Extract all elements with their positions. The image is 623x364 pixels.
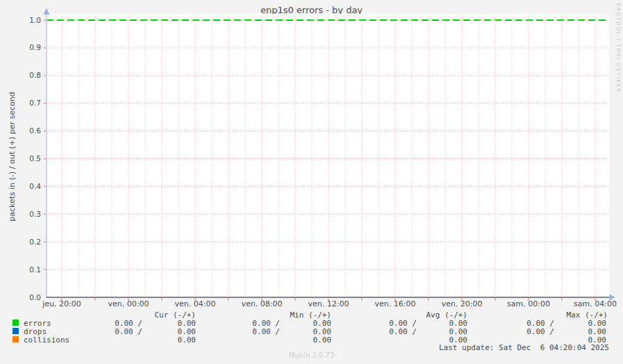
legend-swatch-collisions — [13, 336, 19, 342]
legend-value: 0.00 / — [115, 327, 142, 336]
y-tick-label: 0.8 — [29, 71, 41, 79]
x-tick-label: sam. 04:00 — [574, 299, 617, 308]
y-tick-label: 0.6 — [29, 126, 41, 135]
y-axis-arrow — [44, 8, 50, 15]
y-tick-label: 1.0 — [29, 16, 41, 24]
plot-background — [47, 14, 609, 297]
y-tick-label: 0.4 — [29, 182, 41, 190]
legend-value: 0.00 — [313, 336, 332, 345]
legend-label-collisions: collisions — [24, 336, 69, 345]
y-tick-label: 0.1 — [29, 265, 41, 274]
y-tick-label: 0.9 — [29, 43, 41, 51]
munin-version: Munin 2.0.73 — [0, 351, 623, 359]
munin-graph: enp1s0 errors - by day packets in (-) / … — [0, 0, 623, 364]
legend-value: 0.00 / — [526, 327, 554, 336]
legend-swatch-errors — [13, 320, 19, 326]
legend-swatch-drops — [13, 328, 19, 334]
chart-plot: 0.00.10.20.30.40.50.60.70.80.91.0jeu. 20… — [0, 0, 623, 364]
y-tick-label: 0.0 — [29, 293, 41, 301]
legend-value: 0.00 / — [389, 327, 417, 336]
x-tick-label: ven. 20:00 — [442, 299, 483, 308]
x-tick-label: ven. 04:00 — [175, 299, 216, 308]
y-tick-label: 0.5 — [29, 154, 41, 163]
x-tick-label: ven. 08:00 — [242, 299, 283, 308]
x-tick-label: sam. 00:00 — [507, 299, 550, 308]
y-tick-label: 0.2 — [29, 238, 41, 246]
y-tick-label: 0.3 — [29, 210, 41, 218]
legend-value: 0.00 / — [252, 327, 280, 336]
legend-value: 0.00 — [178, 336, 197, 345]
x-tick-label: jeu. 20:00 — [42, 299, 81, 308]
x-tick-label: ven. 12:00 — [308, 299, 349, 308]
x-tick-label: ven. 00:00 — [108, 299, 149, 308]
x-tick-label: ven. 16:00 — [375, 299, 416, 308]
y-tick-label: 0.7 — [29, 99, 41, 107]
